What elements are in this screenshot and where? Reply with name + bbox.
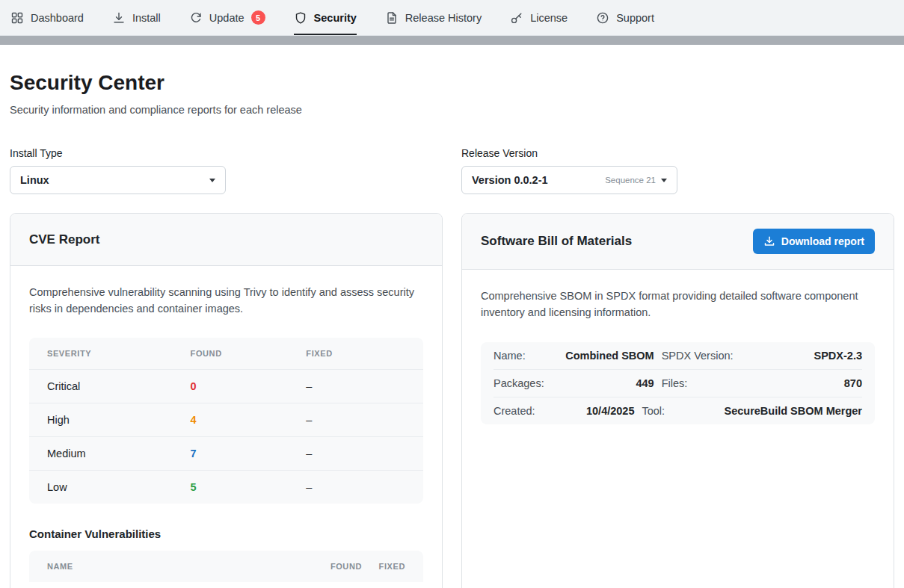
- top-navigation: Dashboard Install Update 5 Security: [0, 0, 904, 36]
- cards-row: CVE Report Comprehensive vulnerability s…: [10, 213, 894, 588]
- table-row: Critical 0 –: [29, 369, 423, 403]
- found-count: 7: [191, 448, 307, 459]
- download-icon: [763, 235, 775, 247]
- file-text-icon: [385, 11, 399, 25]
- table-row: Low 5 –: [29, 470, 423, 504]
- detail-label: Created:: [493, 405, 552, 417]
- release-version-filter: Release Version Version 0.0.2-1 Sequence…: [461, 147, 894, 194]
- nav-item-install[interactable]: Install: [112, 0, 161, 35]
- install-type-value: Linux: [20, 174, 49, 186]
- nav-item-release-history[interactable]: Release History: [385, 0, 482, 35]
- severity-label: Low: [47, 481, 191, 493]
- sbom-card: Software Bill of Materials Download repo…: [461, 213, 894, 588]
- col-fixed: Fixed: [362, 562, 405, 571]
- nav-item-dashboard[interactable]: Dashboard: [10, 0, 84, 35]
- nav-item-license[interactable]: License: [510, 0, 568, 35]
- release-version-label: Release Version: [461, 147, 894, 159]
- cve-report-header: CVE Report: [10, 214, 442, 266]
- col-name: Name: [47, 562, 306, 571]
- detail-label: Files:: [662, 377, 737, 389]
- detail-value: SecureBuild SBOM Merger: [724, 405, 862, 417]
- cve-report-card: CVE Report Comprehensive vulnerability s…: [10, 213, 443, 588]
- filters-row: Install Type Linux Release Version Versi…: [10, 147, 894, 194]
- install-type-label: Install Type: [10, 147, 443, 159]
- refresh-icon: [189, 11, 203, 25]
- found-count: 4: [191, 414, 307, 426]
- chevron-down-icon: [661, 179, 667, 182]
- nav-item-label: Update: [209, 12, 245, 24]
- grid-icon: [10, 11, 24, 25]
- detail-label: SPDX Version:: [662, 350, 737, 362]
- detail-value: 870: [744, 377, 862, 389]
- sbom-header: Software Bill of Materials Download repo…: [462, 214, 894, 270]
- cve-report-body: Comprehensive vulnerability scanning usi…: [10, 266, 442, 588]
- severity-label: Critical: [47, 380, 191, 392]
- scroll-divider: [0, 36, 904, 45]
- container-table-header: Name Found Fixed: [29, 551, 423, 582]
- col-severity: Severity: [47, 349, 191, 358]
- download-icon: [112, 11, 126, 25]
- update-count-badge: 5: [251, 10, 265, 25]
- help-circle-icon: [596, 11, 609, 25]
- chevron-down-icon: [209, 179, 215, 182]
- cve-report-description: Comprehensive vulnerability scanning usi…: [29, 285, 423, 318]
- severity-table-header: Severity Found Fixed: [29, 338, 423, 369]
- found-count: 0: [191, 380, 307, 392]
- release-version-select[interactable]: Version 0.0.2-1 Sequence 21: [461, 166, 677, 194]
- page-title: Security Center: [10, 71, 894, 95]
- nav-item-update[interactable]: Update 5: [189, 0, 265, 35]
- container-vulnerabilities-title: Container Vulnerabilities: [29, 527, 423, 540]
- page-subtitle: Security information and compliance repo…: [10, 104, 894, 116]
- nav-item-label: Release History: [405, 12, 482, 24]
- detail-label: Name:: [493, 350, 552, 362]
- main-content: Security Center Security information and…: [0, 71, 904, 588]
- table-row: Medium 7 –: [29, 436, 423, 470]
- nav-item-label: Install: [132, 12, 161, 24]
- nav-item-label: Dashboard: [31, 12, 84, 24]
- key-icon: [510, 11, 523, 25]
- release-version-meta: Sequence 21: [605, 176, 667, 185]
- nav-item-security[interactable]: Security: [294, 0, 357, 35]
- found-count: 5: [191, 481, 307, 493]
- install-type-select[interactable]: Linux: [10, 166, 226, 194]
- sbom-body: Comprehensive SBOM in SPDX format provid…: [462, 270, 894, 443]
- sbom-description: Comprehensive SBOM in SPDX format provid…: [481, 288, 875, 321]
- nav-item-support[interactable]: Support: [596, 0, 654, 35]
- sequence-hint: Sequence 21: [605, 176, 656, 185]
- nav-item-label: License: [530, 12, 568, 24]
- severity-table: Severity Found Fixed Critical 0 – High 4…: [29, 338, 423, 504]
- detail-label: Tool:: [642, 405, 716, 417]
- fixed-count: –: [306, 448, 405, 459]
- download-report-label: Download report: [781, 235, 864, 247]
- nav-item-label: Support: [616, 12, 654, 24]
- table-row: Packages: 449 Files: 870: [493, 369, 862, 397]
- detail-value: 449: [559, 377, 654, 389]
- fixed-count: –: [306, 481, 405, 493]
- col-found: Found: [306, 562, 362, 571]
- detail-value: Combined SBOM: [559, 350, 654, 362]
- table-row: Created: 10/4/2025 Tool: SecureBuild SBO…: [493, 397, 862, 424]
- fixed-count: –: [306, 414, 405, 426]
- col-fixed: Fixed: [306, 349, 405, 358]
- severity-label: High: [47, 414, 191, 426]
- release-version-value: Version 0.0.2-1: [472, 174, 548, 186]
- col-found: Found: [191, 349, 307, 358]
- fixed-count: –: [306, 380, 405, 392]
- detail-label: Packages:: [493, 377, 552, 389]
- container-vulnerabilities-table: Name Found Fixed: [29, 551, 423, 582]
- nav-item-label: Security: [314, 12, 357, 24]
- detail-value: 10/4/2025: [559, 405, 634, 417]
- shield-icon: [294, 11, 307, 25]
- cve-report-title: CVE Report: [29, 232, 99, 247]
- severity-label: Medium: [47, 448, 191, 459]
- sbom-title: Software Bill of Materials: [481, 234, 632, 249]
- table-row: High 4 –: [29, 403, 423, 436]
- sbom-details-table: Name: Combined SBOM SPDX Version: SPDX-2…: [481, 342, 875, 424]
- detail-value: SPDX-2.3: [744, 350, 862, 362]
- table-row: Name: Combined SBOM SPDX Version: SPDX-2…: [493, 342, 862, 369]
- install-type-filter: Install Type Linux: [10, 147, 443, 194]
- download-report-button[interactable]: Download report: [753, 229, 875, 254]
